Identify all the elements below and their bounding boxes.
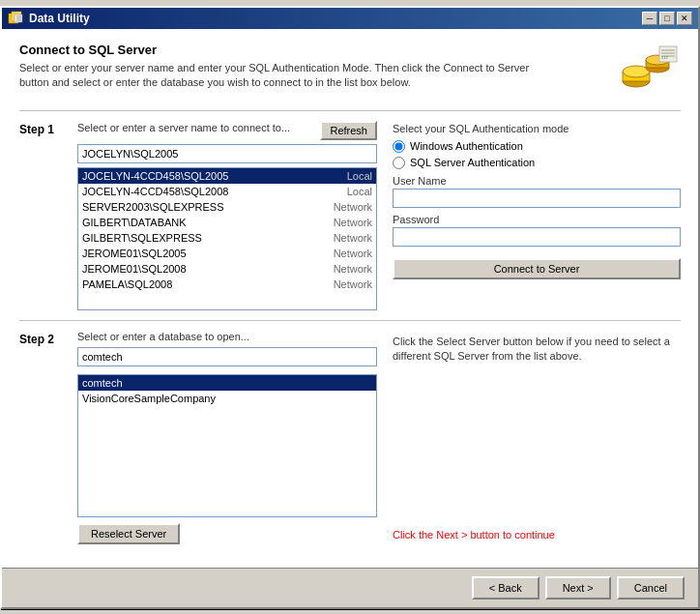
list-item[interactable]: comtech	[78, 375, 376, 391]
list-item[interactable]: SERVER2003\SQLEXPRESS Network	[78, 199, 376, 215]
step1-row: Step 1 Select or enter a server name to …	[19, 121, 681, 310]
header-icon: 512	[619, 43, 681, 97]
step2-instruction: Select or enter a database to open...	[77, 331, 377, 342]
list-item[interactable]: GILBERT\SQLEXPRESS Network	[78, 230, 376, 246]
window-title: Data Utility	[29, 12, 90, 25]
connect-to-server-button[interactable]: Connect to Server	[393, 258, 681, 279]
list-item[interactable]: JOCELYN-4CCD458\SQL2005 Local	[78, 168, 376, 184]
minimize-button[interactable]: ─	[642, 12, 657, 25]
list-item[interactable]: VisionCoreSampleCompany	[78, 391, 376, 406]
password-input[interactable]	[393, 227, 681, 247]
database-icon: 512	[621, 44, 679, 95]
windows-auth-label: Windows Authentication	[410, 140, 523, 152]
refresh-button[interactable]: Refresh	[320, 121, 377, 140]
cancel-button[interactable]: Cancel	[617, 576, 685, 599]
step2-label: Step 2	[19, 331, 77, 544]
list-item[interactable]: JEROME01\SQL2005 Network	[78, 246, 376, 261]
svg-text:512: 512	[661, 55, 668, 60]
database-list[interactable]: comtech VisionCoreSampleCompany	[77, 374, 377, 517]
list-item[interactable]: JOCELYN-4CCD458\SQL2008 Local	[78, 184, 376, 199]
step2-row: Step 2 Select or enter a database to ope…	[19, 331, 681, 544]
username-input[interactable]	[393, 189, 681, 208]
auth-mode-label: Select your SQL Authentication mode	[393, 123, 681, 134]
windows-auth-radio[interactable]	[393, 140, 405, 153]
titlebar: Data Utility ─ □ ✕	[2, 8, 698, 29]
sql-auth-label: SQL Server Authentication	[410, 157, 535, 168]
maximize-button[interactable]: □	[659, 12, 675, 25]
page-title: Connect to SQL Server	[19, 43, 541, 57]
reselect-server-button[interactable]: Reselect Server	[77, 523, 180, 544]
select-server-hint: Click the Select Server button below if …	[393, 335, 681, 365]
username-label: User Name	[393, 175, 681, 187]
step1-label: Step 1	[19, 121, 77, 310]
sql-auth-radio[interactable]	[393, 157, 405, 169]
step1-instruction: Select or enter a server name to connect…	[77, 122, 290, 133]
main-window: Data Utility ─ □ ✕ Connect to SQL Server…	[0, 6, 700, 609]
database-name-input[interactable]	[77, 347, 377, 366]
close-button[interactable]: ✕	[677, 12, 692, 25]
page-description: Select or enter your server name and ent…	[19, 61, 541, 91]
server-list[interactable]: JOCELYN-4CCD458\SQL2005 Local JOCELYN-4C…	[77, 167, 377, 310]
password-label: Password	[393, 214, 681, 225]
header-section: Connect to SQL Server Select or enter yo…	[19, 43, 681, 97]
content-area: Connect to SQL Server Select or enter yo…	[2, 29, 698, 568]
next-button[interactable]: Next >	[545, 576, 611, 599]
server-name-input[interactable]	[77, 144, 377, 163]
list-item[interactable]: JEROME01\SQL2008 Network	[78, 261, 376, 277]
list-item[interactable]: GILBERT\DATABANK Network	[78, 215, 376, 230]
list-item[interactable]: PAMELA\SQL2008 Network	[78, 277, 376, 292]
step-divider	[19, 320, 681, 321]
header-divider	[19, 110, 681, 111]
back-button[interactable]: < Back	[472, 576, 540, 599]
next-hint: Click the Next > button to continue	[393, 529, 555, 544]
app-icon	[8, 11, 23, 26]
bottom-bar: < Back Next > Cancel	[2, 568, 698, 607]
